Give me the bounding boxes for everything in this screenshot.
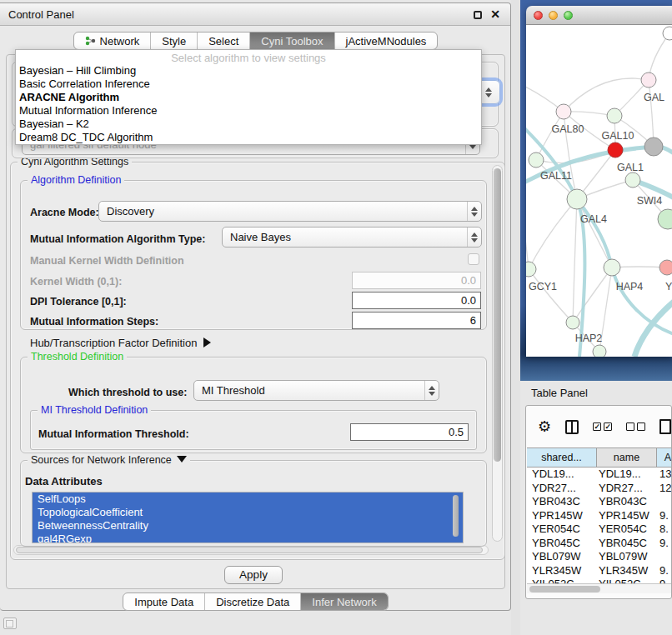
attribute-list-scrollbar[interactable]: [451, 493, 460, 542]
table-row[interactable]: YER054C YER054C 8.: [527, 522, 672, 537]
table-row[interactable]: YDL19... YDL19... 13: [527, 468, 672, 482]
table-horizontal-scrollbar[interactable]: [527, 583, 671, 593]
attribute-item[interactable]: BetweennessCentrality: [33, 519, 463, 532]
table-row[interactable]: YDR27... YDR27... 12: [527, 482, 672, 496]
dropdown-item[interactable]: Basic Correlation Inference: [16, 78, 481, 91]
kernel-width-input[interactable]: [352, 272, 481, 289]
zoom-traffic-light[interactable]: [564, 11, 573, 20]
mi-threshold-input[interactable]: [350, 423, 469, 441]
node-label: GAL: [644, 92, 664, 103]
attribute-item[interactable]: TopologicalCoefficient: [33, 506, 463, 519]
mi-steps-input[interactable]: [352, 312, 481, 329]
node-label: HAP4: [616, 281, 644, 292]
close-traffic-light[interactable]: [534, 11, 543, 20]
which-threshold-label: Which threshold to use:: [68, 387, 187, 398]
collapse-right-icon: [203, 338, 211, 348]
tab-network[interactable]: Network: [74, 32, 151, 49]
table-row[interactable]: YLR345W YLR345W 9.: [527, 564, 672, 578]
collapse-down-icon: [177, 456, 187, 462]
dropdown-item[interactable]: Bayesian – K2: [16, 118, 481, 131]
tab-infer-network[interactable]: Infer Network: [300, 593, 387, 610]
control-panel-titlebar: Control Panel ✕: [0, 3, 510, 26]
dropdown-placeholder: Select algorithm to view settings: [16, 50, 481, 64]
attribute-item[interactable]: gal4RGexp: [33, 532, 463, 543]
node-label: GAL1: [617, 162, 644, 173]
table-toolbar: ⚙ ✓ ✓: [526, 416, 671, 438]
settings-vertical-scrollbar[interactable]: [492, 165, 503, 542]
table-row[interactable]: YBR043C YBR043C: [527, 495, 672, 509]
column-header-shared[interactable]: shared...: [527, 448, 597, 468]
unchecked-box-icon: [637, 422, 645, 431]
mi-type-combo[interactable]: Naive Bayes: [222, 227, 482, 248]
scrollbar-thumb[interactable]: [529, 586, 600, 592]
table-body: YDL19... YDL19... 13 YDR27... YDR27... 1…: [527, 468, 672, 584]
close-icon[interactable]: ✕: [490, 8, 500, 21]
hub-definition-toggle[interactable]: Hub/Transcription Factor Definition: [30, 337, 211, 349]
network-edges-teal: [526, 123, 672, 357]
manual-kernel-label: Manual Kernel Width Definition: [30, 255, 184, 267]
which-threshold-combo[interactable]: MI Threshold: [193, 380, 439, 401]
panel-splitter[interactable]: [511, 0, 520, 635]
dpi-tolerance-input[interactable]: [352, 292, 481, 309]
manual-kernel-checkbox[interactable]: [468, 253, 479, 265]
scrollbar-thumb[interactable]: [16, 547, 483, 553]
node-label: GAL80: [552, 123, 584, 135]
column-header-partial[interactable]: A: [657, 448, 672, 468]
node-label: GAL10: [602, 130, 634, 142]
minimize-traffic-light[interactable]: [549, 11, 558, 20]
mi-threshold-label: Mutual Information Threshold:: [38, 428, 189, 440]
column-header-name[interactable]: name: [597, 448, 657, 468]
select-all-columns-icon[interactable]: ✓ ✓: [593, 422, 612, 431]
table-row[interactable]: YBR045C YBR045C 9.: [527, 537, 672, 551]
scrollbar-thumb[interactable]: [494, 168, 501, 462]
network-canvas[interactable]: GAL GAL80 GAL10 GAL1 GAL11 SWI4 GAL4 GCY…: [526, 25, 672, 357]
export-table-icon[interactable]: [659, 419, 671, 434]
checked-box-icon: ✓: [604, 422, 612, 431]
mi-type-label: Mutual Information Algorithm Type:: [30, 233, 205, 245]
checked-box-icon: ✓: [593, 422, 601, 431]
dropdown-item-aracne[interactable]: ARACNE Algorithm: [16, 91, 481, 104]
node-label: GAL4: [580, 213, 607, 225]
gear-icon[interactable]: ⚙: [538, 418, 551, 435]
apply-button[interactable]: Apply: [224, 566, 283, 584]
mi-threshold-group-title: MI Threshold Definition: [38, 404, 151, 416]
table-row[interactable]: YPR145W YPR145W 9.: [527, 509, 672, 523]
restore-panel-icon[interactable]: [3, 618, 17, 629]
dropdown-item[interactable]: Bayesian – Hill Climbing: [16, 64, 481, 78]
node-label: GAL11: [540, 170, 572, 182]
tab-cyni-toolbox[interactable]: Cyni Toolbox: [249, 32, 333, 49]
data-attributes-label: Data Attributes: [25, 475, 103, 488]
dropdown-item[interactable]: Mutual Information Inference: [16, 104, 481, 118]
data-attributes-list: SelfLoops TopologicalCoefficient Between…: [32, 492, 464, 543]
tab-select[interactable]: Select: [197, 32, 249, 49]
combo-stepper-icon: [467, 202, 481, 221]
network-window-titlebar[interactable]: [526, 6, 672, 25]
sources-group-title[interactable]: Sources for Network Inference: [28, 454, 190, 466]
kernel-width-label: Kernel Width (0,1):: [30, 276, 122, 288]
deselect-all-columns-icon[interactable]: [626, 422, 645, 431]
network-graph: GAL GAL80 GAL10 GAL1 GAL11 SWI4 GAL4 GCY…: [526, 25, 672, 357]
panel-title: Control Panel: [8, 8, 74, 21]
float-window-icon[interactable]: [474, 11, 482, 19]
tab-label: Network: [100, 32, 140, 50]
combo-stepper-icon: [467, 228, 481, 247]
node-label: GCY1: [529, 281, 557, 292]
scrollbar-thumb[interactable]: [453, 495, 459, 537]
columns-icon[interactable]: [565, 420, 579, 434]
table-panel: ⚙ ✓ ✓ shared... name A YDL19... YDL19...…: [525, 405, 672, 599]
node-label: SWI4: [637, 195, 663, 207]
table-row[interactable]: YBL079W YBL079W: [527, 550, 672, 564]
network-view-window: GAL GAL80 GAL10 GAL1 GAL11 SWI4 GAL4 GCY…: [526, 6, 672, 357]
tab-style[interactable]: Style: [150, 32, 197, 49]
tab-jactivemnodules[interactable]: jActiveMNodules: [334, 32, 438, 49]
bottom-tab-bar: Impute Data Discretize Data Infer Networ…: [0, 592, 511, 611]
attribute-item[interactable]: SelfLoops: [33, 492, 463, 506]
top-tab-bar: Network Style Select Cyni Toolbox jActiv…: [0, 32, 511, 50]
tab-impute-data[interactable]: Impute Data: [123, 593, 204, 610]
tab-discretize-data[interactable]: Discretize Data: [204, 593, 300, 610]
mi-steps-label: Mutual Information Steps:: [30, 316, 158, 328]
screen: { "window": { "title": "Control Panel" }…: [0, 0, 672, 635]
dropdown-item[interactable]: Dream8 DC_TDC Algorithm: [16, 131, 481, 144]
unchecked-box-icon: [626, 422, 634, 431]
aracne-mode-combo[interactable]: Discovery: [98, 201, 482, 222]
